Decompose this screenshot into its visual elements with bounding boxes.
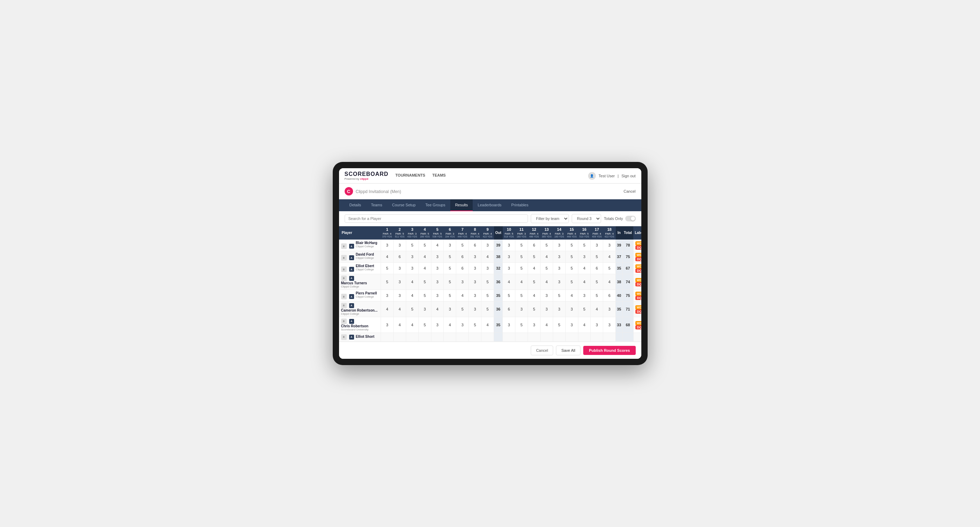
hole-16-score[interactable]: 5 <box>578 301 590 317</box>
hole-7-score[interactable]: 5 <box>456 301 469 317</box>
hole-9-score[interactable]: 3 <box>481 240 494 251</box>
hole-6-score[interactable]: 5 <box>444 274 456 290</box>
hole-1-score[interactable]: 3 <box>381 317 394 333</box>
hole-1-score[interactable]: 3 <box>381 240 394 251</box>
hole-9-score[interactable]: 5 <box>481 301 494 317</box>
hole-15-score[interactable]: 3 <box>565 301 578 317</box>
hole-4-score[interactable]: 4 <box>418 262 431 274</box>
hole-17-score[interactable]: 4 <box>590 301 603 317</box>
label-cell[interactable]: WD DQ <box>633 251 641 262</box>
hole-4-score[interactable]: 5 <box>418 274 431 290</box>
hole-13-score[interactable]: 3 <box>540 290 553 301</box>
hole-7-score[interactable]: 5 <box>456 240 469 251</box>
hole-18-score[interactable]: 3 <box>603 317 616 333</box>
hole-6-score[interactable] <box>444 333 456 341</box>
label-cell[interactable]: WD DQ <box>633 301 641 317</box>
label-cell[interactable] <box>633 333 641 341</box>
dq-label[interactable]: DQ <box>635 325 641 329</box>
label-cell[interactable]: WD DQ <box>633 262 641 274</box>
publish-round-scores-button[interactable]: Publish Round Scores <box>583 346 635 355</box>
tab-leaderboards[interactable]: Leaderboards <box>473 199 506 211</box>
hole-9-score[interactable]: 4 <box>481 251 494 262</box>
hole-17-score[interactable]: 6 <box>590 262 603 274</box>
hole-14-score[interactable]: 3 <box>553 301 565 317</box>
hole-7-score[interactable]: 4 <box>456 290 469 301</box>
hole-11-score[interactable] <box>515 333 528 341</box>
hole-18-score[interactable]: 3 <box>603 240 616 251</box>
hole-3-score[interactable]: 4 <box>406 274 418 290</box>
hole-9-score[interactable]: 3 <box>481 262 494 274</box>
hole-14-score[interactable]: 3 <box>553 251 565 262</box>
hole-12-score[interactable]: 6 <box>528 240 541 251</box>
hole-8-score[interactable]: 3 <box>469 301 481 317</box>
hole-11-score[interactable]: 5 <box>515 290 528 301</box>
hole-17-score[interactable]: 5 <box>590 251 603 262</box>
hole-13-score[interactable]: 4 <box>540 251 553 262</box>
hole-12-score[interactable]: 4 <box>528 262 541 274</box>
hole-16-score[interactable]: 4 <box>578 262 590 274</box>
hole-13-score[interactable]: 5 <box>540 240 553 251</box>
hole-3-score[interactable]: 4 <box>406 290 418 301</box>
hole-10-score[interactable]: 4 <box>503 274 515 290</box>
hole-10-score[interactable] <box>503 333 515 341</box>
hole-11-score[interactable]: 5 <box>515 262 528 274</box>
hole-12-score[interactable]: 5 <box>528 274 541 290</box>
hole-14-score[interactable]: 3 <box>553 262 565 274</box>
hole-6-score[interactable]: 3 <box>444 301 456 317</box>
hole-17-score[interactable]: 5 <box>590 274 603 290</box>
hole-9-score[interactable]: 5 <box>481 274 494 290</box>
hole-5-score[interactable]: 4 <box>431 240 444 251</box>
hole-9-score[interactable] <box>481 333 494 341</box>
hole-16-score[interactable]: 4 <box>578 274 590 290</box>
hole-15-score[interactable]: 5 <box>565 251 578 262</box>
cancel-button[interactable]: Cancel <box>531 346 553 355</box>
hole-17-score[interactable] <box>590 333 603 341</box>
hole-1-score[interactable] <box>381 333 394 341</box>
hole-10-score[interactable]: 3 <box>503 240 515 251</box>
tab-printables[interactable]: Printables <box>506 199 533 211</box>
hole-7-score[interactable] <box>456 333 469 341</box>
hole-5-score[interactable]: 3 <box>431 274 444 290</box>
hole-2-score[interactable]: 3 <box>393 274 406 290</box>
hole-4-score[interactable]: 5 <box>418 240 431 251</box>
hole-13-score[interactable]: 5 <box>540 262 553 274</box>
hole-14-score[interactable]: 5 <box>553 290 565 301</box>
hole-10-score[interactable]: 3 <box>503 251 515 262</box>
hole-15-score[interactable]: 5 <box>565 240 578 251</box>
hole-5-score[interactable]: 4 <box>431 301 444 317</box>
hole-10-score[interactable]: 3 <box>503 262 515 274</box>
hole-5-score[interactable]: 3 <box>431 290 444 301</box>
hole-14-score[interactable] <box>553 333 565 341</box>
hole-18-score[interactable]: 4 <box>603 251 616 262</box>
hole-17-score[interactable]: 3 <box>590 240 603 251</box>
totals-toggle-switch[interactable] <box>625 216 636 221</box>
hole-4-score[interactable]: 3 <box>418 301 431 317</box>
hole-4-score[interactable]: 5 <box>418 317 431 333</box>
hole-2-score[interactable]: 4 <box>393 317 406 333</box>
hole-5-score[interactable]: 3 <box>431 251 444 262</box>
tab-tee-groups[interactable]: Tee Groups <box>420 199 450 211</box>
hole-15-score[interactable] <box>565 333 578 341</box>
hole-3-score[interactable]: 5 <box>406 301 418 317</box>
hole-7-score[interactable]: 6 <box>456 262 469 274</box>
hole-3-score[interactable] <box>406 333 418 341</box>
hole-4-score[interactable]: 5 <box>418 290 431 301</box>
dq-label[interactable]: DQ <box>635 257 641 261</box>
hole-15-score[interactable]: 3 <box>565 317 578 333</box>
hole-18-score[interactable]: 5 <box>603 262 616 274</box>
hole-8-score[interactable]: 5 <box>469 317 481 333</box>
hole-3-score[interactable]: 4 <box>406 317 418 333</box>
hole-11-score[interactable]: 5 <box>515 317 528 333</box>
hole-4-score[interactable]: 4 <box>418 251 431 262</box>
hole-2-score[interactable]: 6 <box>393 251 406 262</box>
tab-course-setup[interactable]: Course Setup <box>387 199 420 211</box>
hole-2-score[interactable]: 3 <box>393 262 406 274</box>
hole-15-score[interactable]: 5 <box>565 274 578 290</box>
dq-label[interactable]: DQ <box>635 296 641 300</box>
hole-8-score[interactable]: 3 <box>469 251 481 262</box>
hole-1-score[interactable]: 5 <box>381 274 394 290</box>
hole-15-score[interactable]: 4 <box>565 290 578 301</box>
hole-8-score[interactable]: 3 <box>469 262 481 274</box>
hole-2-score[interactable]: 3 <box>393 240 406 251</box>
hole-12-score[interactable]: 3 <box>528 317 541 333</box>
